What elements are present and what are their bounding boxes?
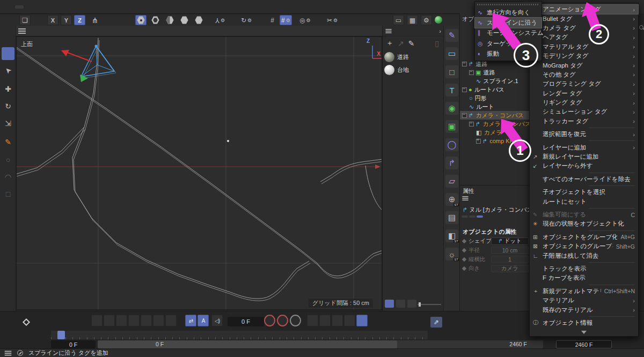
range-track[interactable]: 0 F2460 F xyxy=(98,340,543,348)
render-view-button[interactable]: ▭ xyxy=(393,15,404,25)
menubar-item[interactable] xyxy=(83,5,91,9)
context-menu-item[interactable]: ルートにセット xyxy=(530,197,638,206)
context-menu-item[interactable]: マテリアル タグ xyxy=(530,42,638,51)
expand-toggle-icon[interactable] xyxy=(462,113,467,118)
menubar-item[interactable] xyxy=(102,5,111,9)
viewport-menu-item[interactable] xyxy=(27,30,34,32)
import-material-icon[interactable]: ↗ xyxy=(398,39,404,48)
timeline-ruler[interactable] xyxy=(51,331,428,339)
menubar-item[interactable] xyxy=(131,5,140,9)
context-menu-item[interactable]: マテリアル xyxy=(530,296,638,305)
context-menu-item[interactable]: ⓘオブジェクト情報 xyxy=(530,318,638,328)
menu-grip[interactable] xyxy=(477,3,539,6)
context-menu-item[interactable] xyxy=(530,139,638,143)
material-size-slider[interactable] xyxy=(418,304,441,305)
context-menu-item[interactable]: シミュレーション タグ xyxy=(530,107,638,116)
search-icon[interactable] xyxy=(639,25,643,29)
attribute-tab[interactable] xyxy=(477,215,483,218)
context-menu-item[interactable]: トラッカー タグ xyxy=(530,117,638,126)
menubar-item[interactable] xyxy=(92,5,101,9)
green-sphere-icon[interactable] xyxy=(435,16,442,24)
object-tree-row[interactable]: ▣道路 xyxy=(460,68,530,77)
context-menu-item[interactable] xyxy=(530,206,638,210)
material-menu-icon[interactable] xyxy=(385,29,391,33)
submenu-item[interactable]: ∥モーションシステム xyxy=(475,28,541,38)
autokey-marks-button[interactable]: A xyxy=(197,315,209,326)
context-menu-item[interactable]: プログラミング タグ xyxy=(530,79,638,88)
edge-mode-icon[interactable] xyxy=(179,15,190,25)
expand-toggle-icon[interactable] xyxy=(469,70,474,75)
context-menu-item[interactable]: ⊠オブジェクトのグループを解除Shift+G xyxy=(530,242,638,251)
context-menu-item[interactable]: Bullet タグ xyxy=(530,14,638,23)
material-item[interactable]: 台地 xyxy=(383,63,443,76)
menubar-item[interactable] xyxy=(15,5,24,9)
context-menu-item[interactable]: カメラ タグ xyxy=(530,24,638,33)
range-end-field[interactable]: 2460 F xyxy=(556,340,612,348)
context-menu-item[interactable]: ↗新規レイヤーに追加 xyxy=(530,152,638,161)
context-menu-item[interactable] xyxy=(530,229,638,233)
render-settings-button[interactable]: ⚙ xyxy=(421,15,432,25)
object-tree-row[interactable]: ↱カメラ・コンパス xyxy=(460,111,530,120)
context-menu-item[interactable]: ⊞オブジェクトをグループ化Alt+G xyxy=(530,233,638,242)
submenu-item[interactable]: ◐振動 xyxy=(475,49,541,59)
context-menu-item[interactable]: ∟子階層は残して消去 xyxy=(530,251,638,260)
render-button[interactable]: ▦ xyxy=(407,15,418,25)
x-axis-lock-button[interactable]: X xyxy=(47,15,58,25)
viewport-menu-item[interactable] xyxy=(64,30,72,32)
submenu-item[interactable]: ◎ターゲット xyxy=(475,39,541,49)
context-menu-item[interactable] xyxy=(530,283,638,287)
expand-toggle-icon[interactable] xyxy=(476,139,481,144)
menubar-item[interactable] xyxy=(112,5,120,9)
context-menu-item[interactable]: すべてのオーバーライドを除去 xyxy=(530,175,638,184)
marker-diamond-icon[interactable] xyxy=(23,318,30,326)
key-dot-icon[interactable] xyxy=(462,257,466,261)
object-tree-row[interactable]: ↱カメラ・コンパス-KF xyxy=(460,120,530,128)
context-menu-item[interactable] xyxy=(530,184,638,188)
object-mode-icon[interactable] xyxy=(150,15,161,25)
object-tree-row[interactable]: ●ルートパス xyxy=(460,85,530,94)
y-axis-lock-button[interactable]: Y xyxy=(61,15,72,25)
add-material-button[interactable]: ＋ xyxy=(386,39,393,48)
menubar-item[interactable] xyxy=(5,5,14,9)
menubar-item[interactable] xyxy=(73,5,82,9)
menu-overflow-icon[interactable]: › xyxy=(439,28,441,34)
menubar-item[interactable] xyxy=(44,5,53,9)
context-menu-item[interactable] xyxy=(530,315,638,318)
viewport-menu-item[interactable] xyxy=(34,30,42,32)
submenu-item[interactable]: ∿進行方向を向く xyxy=(475,8,541,18)
context-menu-item[interactable]: リギング タグ xyxy=(530,98,638,107)
object-tree-row[interactable]: ○円形 xyxy=(460,94,530,102)
attribute-field[interactable]: 1 xyxy=(491,256,529,263)
expand-toggle-icon[interactable] xyxy=(462,62,467,66)
viewport-menu-item[interactable] xyxy=(57,30,64,32)
expand-toggle-icon[interactable] xyxy=(462,87,467,92)
context-menu-item[interactable]: F カーブを表示 xyxy=(530,273,638,282)
viewport-menu-item[interactable] xyxy=(49,30,57,32)
key-dot-icon[interactable] xyxy=(462,266,466,270)
range-thumb[interactable] xyxy=(98,340,397,348)
submenu-item[interactable]: ∿スプラインに沿う xyxy=(475,18,541,28)
viewport[interactable]: 上面 Z X グリッド間隔 : 50 cm xyxy=(16,36,382,310)
expand-toggle-icon[interactable] xyxy=(469,122,474,127)
coordinate-system-icon[interactable]: Y⚙ xyxy=(214,15,226,25)
rotation-tool-icon[interactable]: ↻⚙ xyxy=(239,15,253,25)
model-mode-icon[interactable] xyxy=(135,15,147,25)
status-menu-icon[interactable] xyxy=(5,351,12,355)
object-tree-row[interactable]: ∿スプライン.1 xyxy=(460,77,530,85)
context-menu-item[interactable]: レンダー タグ xyxy=(530,89,638,98)
key-dot-icon[interactable] xyxy=(462,239,466,243)
attribute-menu-icon[interactable] xyxy=(462,196,468,200)
loop-button[interactable]: ⇄ xyxy=(185,315,196,326)
context-menu-item[interactable] xyxy=(530,261,638,264)
context-menu-item[interactable]: 子オブジェクトを選択 xyxy=(530,188,638,197)
attribute-tab[interactable] xyxy=(469,215,475,218)
object-tree-row[interactable]: ↱comp KFH xyxy=(460,137,530,145)
context-menu-item[interactable]: ✎編集可能にするC xyxy=(530,210,638,219)
key-dot-icon[interactable] xyxy=(462,248,466,252)
grid-snap-icon[interactable]: #⚙ xyxy=(280,15,292,25)
context-menu-item[interactable]: 既存のマテリアル xyxy=(530,305,638,314)
fcurve-editor-button[interactable]: ⇗ xyxy=(430,317,442,328)
eyedropper-icon[interactable]: ✎ xyxy=(408,39,415,48)
snap-icon[interactable]: # xyxy=(267,15,278,25)
current-frame-field[interactable]: 0 F xyxy=(228,317,264,326)
